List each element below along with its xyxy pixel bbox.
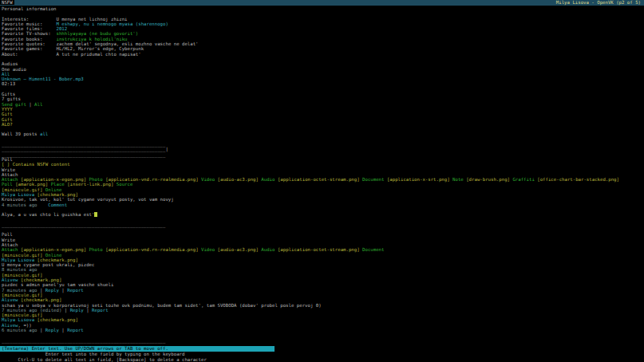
field-label: Interests: bbox=[2, 17, 56, 22]
attachment-icon-placeholder: [application-octet-stream.png] bbox=[278, 247, 362, 252]
rule: ________________________________________… bbox=[2, 338, 165, 343]
avatar-placeholder: [miniscule.gif] bbox=[2, 293, 42, 297]
attach-document-link[interactable]: Document bbox=[362, 177, 387, 182]
attach-video-link[interactable]: Video bbox=[201, 177, 218, 182]
verified-badge-placeholder: [checkmark.png] bbox=[34, 317, 78, 322]
comment-text: , =)) bbox=[18, 323, 32, 328]
attach-audio-link[interactable]: Audio bbox=[261, 177, 278, 182]
films-link[interactable]: 2012 bbox=[56, 26, 67, 31]
all-audios-link[interactable]: All bbox=[2, 72, 10, 77]
author-link[interactable]: Milya Lisova bbox=[2, 317, 34, 322]
report-link[interactable]: Report bbox=[67, 288, 84, 293]
attach-poll-link[interactable]: Poll bbox=[2, 182, 15, 187]
avatar-placeholder: [miniscule.gif] bbox=[2, 313, 42, 317]
comment-text: schas ya u sebya v korporativnoj seti to… bbox=[2, 303, 322, 308]
attach-file-link[interactable]: Attach bbox=[2, 247, 21, 252]
rule: ________________________________________… bbox=[2, 142, 165, 147]
attach-note-link[interactable]: Note bbox=[452, 177, 466, 182]
mention-link[interactable]: Alivew bbox=[2, 323, 18, 328]
attach-file-link[interactable]: Attach bbox=[2, 177, 21, 182]
field-label: Favorite music: bbox=[2, 22, 56, 26]
attach-place-link[interactable]: Place bbox=[51, 182, 68, 187]
author-link[interactable]: Alivew bbox=[2, 297, 18, 302]
field-label: Favorite books: bbox=[2, 37, 56, 41]
author-link[interactable]: Milya Lisova bbox=[2, 192, 34, 197]
corner-badge: NSFW bbox=[0, 0, 14, 5]
separator: | bbox=[26, 102, 34, 107]
attachment-icon-placeholder: [insert-link.png] bbox=[67, 182, 117, 187]
attach-document-link[interactable]: Document bbox=[362, 247, 384, 252]
attach-photo-link[interactable]: Photo bbox=[89, 177, 106, 182]
timestamp: 6 minutes ago bbox=[2, 328, 38, 332]
books-link[interactable]: instrukciya k holodil'niku bbox=[56, 37, 127, 41]
rule: ________________________________________… bbox=[2, 152, 165, 157]
author-link[interactable]: Alivew bbox=[2, 277, 18, 282]
attachment-icon-placeholder: [application-x-egon.png] bbox=[21, 177, 89, 182]
attach-source-link[interactable]: Source bbox=[117, 182, 133, 187]
reply-link[interactable]: Reply bbox=[70, 308, 84, 313]
gift-image-link[interactable]: Gift bbox=[2, 117, 13, 122]
attachment-icon-placeholder: [office-chart-bar-stacked.png] bbox=[537, 177, 619, 182]
section-title: Audios bbox=[2, 61, 18, 66]
comment-textarea[interactable]: Alya, a u vas chto li guishka est' bbox=[2, 212, 94, 217]
reply-link[interactable]: Reply bbox=[45, 328, 59, 332]
write-button[interactable]: Write bbox=[2, 167, 15, 172]
timestamp: 8 minutes ago bbox=[2, 267, 38, 272]
online-status: Online bbox=[45, 187, 62, 192]
attach-label: Attach bbox=[2, 172, 18, 177]
attach-label: Attach bbox=[2, 242, 18, 247]
gift-image-link[interactable]: YYYY bbox=[2, 107, 13, 112]
music-link[interactable]: M eshapy, nu i nemnogo myasa (sharennogo… bbox=[56, 22, 168, 26]
timestamp: 7 minutes ago (edited) bbox=[2, 308, 61, 313]
all-gifts-link[interactable]: All bbox=[34, 102, 42, 107]
separator: | bbox=[38, 328, 45, 332]
audio-count-text: One audio bbox=[2, 67, 26, 72]
comment-link[interactable]: Comment bbox=[48, 203, 67, 207]
attachment-icon-placeholder: [application-x-srt.png] bbox=[387, 177, 452, 182]
timestamp: 4 minutes ago bbox=[2, 203, 38, 207]
attach-audio-link[interactable]: Audio bbox=[261, 247, 278, 252]
attachment-icon-placeholder: [application-octet-stream.png] bbox=[278, 177, 362, 182]
write-button[interactable]: Write bbox=[2, 238, 15, 242]
report-link[interactable]: Report bbox=[67, 328, 84, 332]
author-link[interactable]: Milya Lisova bbox=[2, 258, 34, 262]
attach-video-link[interactable]: Video bbox=[201, 247, 218, 252]
separator: | bbox=[59, 328, 67, 332]
attachment-icon-placeholder: [application-vnd.rn-realmedia.png] bbox=[105, 247, 201, 252]
separator: | bbox=[38, 288, 45, 293]
verified-badge-placeholder: [checkmark.png] bbox=[18, 297, 62, 302]
separator: | bbox=[61, 308, 69, 313]
report-link[interactable]: Report bbox=[92, 308, 109, 313]
gift-image-link[interactable]: ALO? bbox=[2, 122, 13, 127]
section-title: Gifts bbox=[2, 92, 15, 96]
all-posts-link[interactable]: all bbox=[40, 132, 48, 136]
status-bar: (Textarea) Enter text. Use UP/DOWN arrow… bbox=[0, 346, 275, 352]
nsfw-checkbox-label: Contains NSFW content bbox=[10, 162, 69, 167]
section-title: Personal information bbox=[2, 6, 56, 11]
separator: | bbox=[59, 288, 67, 293]
attachment-icon-placeholder: [amarok.png] bbox=[15, 182, 51, 187]
titlebar: NSFW Milya Lisova - OpenVK (p2 of 5) bbox=[0, 0, 644, 6]
page-title: Milya Lisova - OpenVK (p2 of 5) bbox=[556, 0, 641, 5]
text-cursor[interactable] bbox=[94, 212, 97, 217]
attach-graffiti-link[interactable]: Graffiti bbox=[512, 177, 537, 182]
verified-badge-placeholder: [checkmark.png] bbox=[34, 258, 78, 262]
rule: ________________________________________… bbox=[2, 222, 165, 227]
attach-photo-link[interactable]: Photo bbox=[89, 247, 106, 252]
status-bar-row: (Textarea) Enter text. Use UP/DOWN arrow… bbox=[0, 346, 644, 352]
attachment-icon-placeholder: [draw-brush.png] bbox=[466, 177, 512, 182]
audio-duration-text: 02:13 bbox=[2, 81, 15, 86]
gift-count-text: 7 gifts bbox=[2, 96, 21, 101]
gift-image-link[interactable]: Gift bbox=[2, 112, 13, 116]
verified-badge-placeholder: [checkmark.png] bbox=[34, 192, 78, 197]
poll-label: Poll bbox=[2, 232, 13, 237]
tvshows-link[interactable]: shhhlyayaya (ne budu govorit') bbox=[56, 31, 138, 36]
avatar-placeholder: [miniscule.gif] bbox=[2, 253, 45, 258]
send-gift-link[interactable]: Send gift bbox=[2, 102, 26, 107]
audio-track-link[interactable]: Unknown — Himent11 - Bober.mp3 bbox=[2, 77, 84, 81]
reply-link[interactable]: Reply bbox=[45, 288, 59, 293]
attachment-icon-placeholder: [audio-ac3.png] bbox=[218, 247, 262, 252]
nsfw-checkbox[interactable]: [ ] bbox=[2, 162, 10, 167]
field-label: About: bbox=[2, 52, 56, 57]
field-label: Favorite TV-shows: bbox=[2, 31, 56, 36]
